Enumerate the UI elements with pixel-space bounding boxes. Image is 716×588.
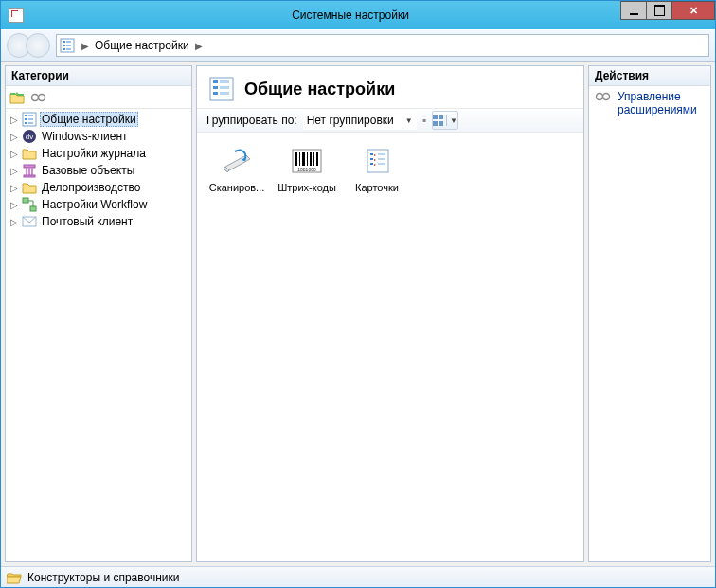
svg-point-53 [597,94,603,100]
svg-rect-3 [63,45,65,46]
svg-rect-22 [24,175,35,177]
svg-rect-43 [313,152,314,166]
workflow-icon [22,197,37,212]
svg-rect-42 [310,152,312,166]
tree-item-label: Настройки Workflow [40,198,149,211]
close-button[interactable] [671,1,715,20]
tree-expander-icon[interactable]: ▷ [9,217,19,227]
categories-toolbar [6,86,191,109]
svg-rect-33 [433,115,438,119]
mail-icon [22,215,37,228]
tree-expander-icon[interactable]: ▷ [9,115,19,125]
svg-rect-48 [370,158,373,160]
svg-rect-5 [63,48,65,50]
dv-icon: dv [22,129,37,144]
svg-rect-1 [63,41,65,43]
group-by-combo[interactable]: Нет группировки ▼ [303,111,417,130]
tree-item[interactable]: ▷Настройки Workflow [8,196,189,213]
content-item[interactable]: Карточки [343,144,411,193]
svg-rect-52 [378,163,385,165]
svg-rect-4 [66,45,71,46]
tree-item[interactable]: ▷Общие настройки [8,111,189,128]
svg-rect-13 [28,118,33,120]
tree-item[interactable]: ▷Почтовый клиент [8,213,189,230]
content-item-label: Штрих-коды [273,182,341,193]
tree-item-label: Почтовый клиент [40,215,134,228]
manage-extensions-link[interactable]: Управление расширениями [595,90,705,117]
svg-rect-41 [307,152,308,166]
maximize-button[interactable] [646,1,672,20]
minimize-button[interactable] [620,1,647,20]
breadcrumb-item[interactable]: Общие настройки [95,39,189,52]
svg-rect-11 [28,115,33,116]
svg-rect-35 [433,121,438,126]
svg-rect-32 [220,92,229,95]
chevron-right-icon: ▶ [193,41,205,51]
nav-forward-button[interactable] [26,33,50,58]
scanner-icon [220,144,254,178]
list-icon [22,112,37,127]
svg-rect-39 [299,152,300,166]
tree-item[interactable]: ▷Настройки журнала [8,145,189,162]
tree-item[interactable]: ▷dvWindows-клиент [8,128,189,145]
svg-rect-6 [66,48,71,50]
svg-rect-19 [26,168,27,175]
svg-rect-10 [25,115,27,116]
actions-panel: Действия Управление расширениями [588,65,711,562]
content-icons: Сканиров...1081000Штрих-кодыКарточки [197,133,583,561]
tree-expander-icon[interactable]: ▷ [9,149,19,159]
tree-expander-icon[interactable]: ▷ [9,183,19,193]
svg-rect-34 [439,115,443,119]
content-item[interactable]: Сканиров... [203,144,271,193]
svg-rect-49 [370,163,373,165]
tree-item[interactable]: ▷Базовые объекты [8,162,189,179]
categories-title: Категории [6,66,191,86]
svg-rect-36 [439,121,443,126]
svg-rect-30 [220,86,229,89]
svg-rect-40 [302,152,305,166]
content-item[interactable]: 1081000Штрих-коды [273,144,341,193]
svg-text:dv: dv [26,133,33,141]
svg-rect-44 [316,152,318,166]
tree-expander-icon[interactable]: ▷ [9,166,19,176]
tree-expander-icon[interactable]: ▷ [9,200,19,210]
window-buttons [621,1,715,22]
body: Категории ▷Общие настройки▷dvWindows-кли… [1,62,715,566]
tree-item[interactable]: ▷Делопроизводство [8,179,189,196]
categories-panel: Категории ▷Общие настройки▷dvWindows-кли… [5,65,192,562]
chevron-down-icon: ▼ [450,116,457,125]
content-header: Общие настройки [197,66,583,108]
nav-back-forward [7,33,50,58]
breadcrumb[interactable]: ▶ Общие настройки ▶ [56,34,709,57]
svg-rect-50 [378,153,385,155]
list-icon [208,76,235,102]
folder-icon[interactable] [9,91,25,104]
list-icon [59,37,76,54]
svg-rect-46 [367,150,388,172]
links-icon[interactable] [30,91,47,104]
statusbar: Конструкторы и справочники [1,566,715,587]
svg-rect-28 [220,80,229,83]
app-icon [9,8,24,23]
svg-rect-15 [28,122,33,124]
view-mode-button[interactable]: ▼ [432,111,458,130]
svg-rect-14 [25,122,27,124]
nav-row: ▶ Общие настройки ▶ [1,29,715,62]
svg-rect-12 [25,118,27,120]
content-toolbar: Группировать по: Нет группировки ▼ ▪ ▼ [197,108,583,133]
svg-point-8 [39,94,45,100]
folder-icon [22,181,37,194]
tree-expander-icon[interactable]: ▷ [9,132,19,142]
barcode-icon: 1081000 [290,144,324,178]
separator: ▪ [422,114,426,127]
svg-rect-27 [213,80,218,83]
content-item-label: Сканиров... [203,182,271,193]
statusbar-text: Конструкторы и справочники [27,571,179,584]
tree-item-label: Настройки журнала [40,147,148,160]
svg-rect-31 [213,92,218,95]
grid-icon [433,115,443,126]
svg-rect-24 [30,206,36,211]
tree-item-label: Базовые объекты [40,164,136,177]
content-item-label: Карточки [343,182,411,193]
window: Системные настройки ▶ Общие настройки ▶ … [0,0,716,588]
